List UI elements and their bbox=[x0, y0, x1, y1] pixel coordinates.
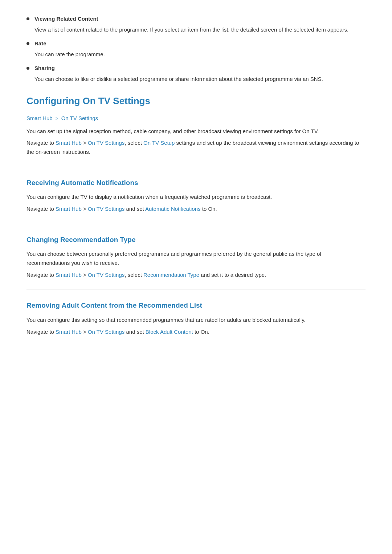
intro2-mid: , select bbox=[124, 140, 143, 146]
bullet-icon bbox=[26, 67, 29, 70]
receiving-body1: You can configure the TV to display a no… bbox=[26, 193, 366, 202]
bullet-icon bbox=[26, 17, 29, 20]
receiving-smart-hub-link[interactable]: Smart Hub bbox=[56, 206, 82, 212]
receiving-section: Receiving Automatic Notifications You ca… bbox=[26, 167, 366, 214]
configuring-section: Configuring On TV Settings Smart Hub > O… bbox=[26, 94, 366, 157]
configuring-intro2: Navigate to Smart Hub > On TV Settings, … bbox=[26, 139, 366, 157]
changing-section: Changing Recommendation Type You can cho… bbox=[26, 224, 366, 280]
bullet-desc-rate: You can rate the programme. bbox=[34, 50, 366, 59]
bullet-desc-viewing: View a list of content related to the pr… bbox=[34, 25, 366, 34]
breadcrumb: Smart Hub > On TV Settings bbox=[26, 114, 366, 123]
changing-sep: > bbox=[82, 272, 88, 278]
changing-suffix: and set it to a desired type. bbox=[199, 272, 266, 278]
breadcrumb-separator: > bbox=[56, 116, 58, 121]
bullet-title-sharing: Sharing bbox=[34, 64, 55, 73]
changing-prefix: Navigate to bbox=[26, 272, 56, 278]
intro2-prefix: Navigate to bbox=[26, 140, 56, 146]
receiving-mid: and set bbox=[124, 206, 145, 212]
list-item: Viewing Related Content bbox=[26, 15, 366, 23]
receiving-suffix: to On. bbox=[201, 206, 217, 212]
bullet-icon bbox=[26, 42, 29, 45]
changing-body2: Navigate to Smart Hub > On TV Settings, … bbox=[26, 271, 366, 280]
list-item: Sharing bbox=[26, 64, 366, 73]
removing-mid: and set bbox=[124, 329, 146, 335]
receiving-on-tv-settings-link[interactable]: On TV Settings bbox=[88, 206, 124, 212]
configuring-intro1: You can set up the signal reception meth… bbox=[26, 127, 366, 136]
changing-rec-type-link[interactable]: Recommendation Type bbox=[143, 272, 199, 278]
breadcrumb-on-tv-settings[interactable]: On TV Settings bbox=[61, 115, 98, 121]
removing-sep: > bbox=[82, 329, 88, 335]
receiving-sep: > bbox=[82, 206, 88, 212]
removing-smart-hub-link[interactable]: Smart Hub bbox=[56, 329, 82, 335]
removing-on-tv-settings-link[interactable]: On TV Settings bbox=[88, 329, 124, 335]
removing-suffix: to On. bbox=[193, 329, 209, 335]
intro2-sep: > bbox=[82, 140, 88, 146]
removing-prefix: Navigate to bbox=[26, 329, 56, 335]
intro2-smart-hub-link[interactable]: Smart Hub bbox=[56, 140, 82, 146]
breadcrumb-smart-hub[interactable]: Smart Hub bbox=[26, 115, 53, 121]
list-item: Rate bbox=[26, 39, 366, 48]
configuring-heading: Configuring On TV Settings bbox=[26, 94, 366, 109]
bullet-list: Viewing Related Content View a list of c… bbox=[26, 15, 366, 83]
changing-body1: You can choose between personally prefer… bbox=[26, 250, 366, 268]
removing-block-adult-link[interactable]: Block Adult Content bbox=[146, 329, 193, 335]
intro2-on-tv-settings-link[interactable]: On TV Settings bbox=[88, 140, 124, 146]
receiving-auto-notif-link[interactable]: Automatic Notifications bbox=[145, 206, 201, 212]
changing-mid: , select bbox=[124, 272, 143, 278]
changing-heading: Changing Recommendation Type bbox=[26, 234, 366, 245]
bullet-title-rate: Rate bbox=[34, 39, 46, 48]
removing-heading: Removing Adult Content from the Recommen… bbox=[26, 300, 366, 311]
receiving-prefix: Navigate to bbox=[26, 206, 56, 212]
receiving-heading: Receiving Automatic Notifications bbox=[26, 177, 366, 188]
changing-on-tv-settings-link[interactable]: On TV Settings bbox=[88, 272, 124, 278]
bullet-desc-sharing: You can choose to like or dislike a sele… bbox=[34, 75, 366, 83]
removing-body2: Navigate to Smart Hub > On TV Settings a… bbox=[26, 328, 366, 337]
changing-smart-hub-link[interactable]: Smart Hub bbox=[56, 272, 82, 278]
bullet-title-viewing: Viewing Related Content bbox=[34, 15, 98, 23]
removing-section: Removing Adult Content from the Recommen… bbox=[26, 290, 366, 336]
receiving-body2: Navigate to Smart Hub > On TV Settings a… bbox=[26, 205, 366, 214]
removing-body1: You can configure this setting so that r… bbox=[26, 316, 366, 325]
intro2-on-tv-setup-link[interactable]: On TV Setup bbox=[143, 140, 175, 146]
